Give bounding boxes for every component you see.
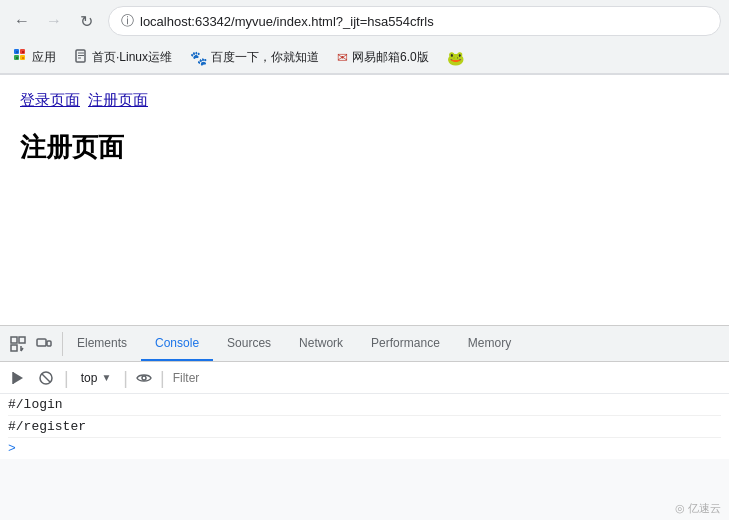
bookmark-netease-icon: ✉ [337, 50, 348, 65]
tab-memory[interactable]: Memory [454, 326, 525, 361]
tab-console[interactable]: Console [141, 326, 213, 361]
bookmark-homepage-label: 首页·Linux运维 [92, 49, 172, 66]
page-heading: 注册页面 [20, 130, 709, 165]
bookmark-baidu-label: 百度一下，你就知道 [211, 49, 319, 66]
context-selector[interactable]: top ▼ [77, 369, 116, 387]
bookmark-baidu[interactable]: 🐾 百度一下，你就知道 [184, 47, 325, 68]
login-link[interactable]: 登录页面 [20, 91, 80, 110]
apps-button[interactable]: 应用 [8, 47, 62, 68]
svg-line-20 [42, 374, 50, 382]
device-toggle-button[interactable] [32, 332, 56, 356]
filter-input[interactable] [173, 371, 721, 385]
svg-rect-4 [16, 51, 18, 53]
devtools-tabs: Elements Console Sources Network Perform… [63, 326, 729, 361]
svg-rect-12 [11, 337, 17, 343]
grid-icon [14, 49, 28, 66]
tab-network[interactable]: Network [285, 326, 357, 361]
security-icon: ⓘ [121, 12, 134, 30]
svg-rect-5 [22, 51, 24, 53]
svg-rect-6 [16, 57, 18, 59]
execute-script-button[interactable] [8, 368, 28, 388]
nav-bar: ← → ↻ ⓘ localhost:63342/myvue/index.html… [0, 0, 729, 42]
watermark-icon: ◎ [675, 502, 685, 515]
watermark-text: 亿速云 [688, 501, 721, 516]
bookmark-baidu-icon: 🐾 [190, 50, 207, 66]
nav-buttons: ← → ↻ [8, 7, 100, 35]
bookmark-netease-label: 网易邮箱6.0版 [352, 49, 429, 66]
watermark: ◎ 亿速云 [675, 501, 721, 516]
bookmark-homepage[interactable]: 首页·Linux运维 [68, 47, 178, 68]
bookmark-frog-icon: 🐸 [447, 50, 464, 66]
url-text: localhost:63342/myvue/index.html?_ijt=hs… [140, 14, 708, 29]
address-bar[interactable]: ⓘ localhost:63342/myvue/index.html?_ijt=… [108, 6, 721, 36]
bookmarks-bar: 应用 首页·Linux运维 🐾 百度一下，你就知道 ✉ 网易邮箱6.0版 🐸 [0, 42, 729, 74]
register-link[interactable]: 注册页面 [88, 91, 148, 110]
bookmark-frog[interactable]: 🐸 [441, 48, 470, 68]
chevron-down-icon: ▼ [101, 372, 111, 383]
page-links: 登录页面 注册页面 [20, 91, 709, 110]
page-content: 登录页面 注册页面 注册页面 [0, 75, 729, 325]
svg-rect-15 [37, 339, 46, 346]
console-log-2: #/register [8, 416, 721, 438]
console-output: #/login #/register > [0, 394, 729, 459]
svg-rect-13 [19, 337, 25, 343]
svg-rect-7 [22, 57, 24, 59]
devtools-panel: Elements Console Sources Network Perform… [0, 325, 729, 520]
prompt-symbol: > [8, 441, 16, 456]
apps-label: 应用 [32, 49, 56, 66]
log-text-1: #/login [8, 397, 63, 412]
back-button[interactable]: ← [8, 7, 36, 35]
block-console-button[interactable] [36, 368, 56, 388]
tab-performance[interactable]: Performance [357, 326, 454, 361]
tab-elements[interactable]: Elements [63, 326, 141, 361]
devtools-toolbar: Elements Console Sources Network Perform… [0, 326, 729, 362]
forward-button[interactable]: → [40, 7, 68, 35]
context-label: top [81, 371, 98, 385]
console-prompt[interactable]: > [8, 438, 721, 459]
svg-point-21 [142, 376, 146, 380]
bookmark-netease[interactable]: ✉ 网易邮箱6.0版 [331, 47, 435, 68]
svg-rect-14 [11, 345, 17, 351]
inspect-element-button[interactable] [6, 332, 30, 356]
tab-sources[interactable]: Sources [213, 326, 285, 361]
log-text-2: #/register [8, 419, 86, 434]
eye-icon[interactable] [136, 372, 152, 384]
console-log-1: #/login [8, 394, 721, 416]
browser-chrome: ← → ↻ ⓘ localhost:63342/myvue/index.html… [0, 0, 729, 75]
devtools-icons [0, 332, 63, 356]
refresh-button[interactable]: ↻ [72, 7, 100, 35]
console-toolbar: | top ▼ | | [0, 362, 729, 394]
bookmark-book-icon [74, 49, 88, 66]
svg-marker-17 [13, 372, 23, 384]
svg-rect-16 [47, 341, 51, 346]
